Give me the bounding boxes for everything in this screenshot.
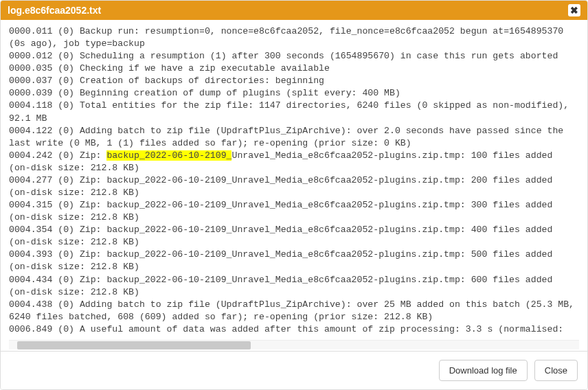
log-line: 0000.012 (0) Scheduling a resumption (1)… [9,50,579,62]
log-line: 0000.011 (0) Backup run: resumption=0, n… [9,25,579,50]
log-line: 0000.039 (0) Beginning creation of dump … [9,87,579,100]
scrollbar-thumb[interactable] [17,341,251,349]
log-line: 0006.849 (0) A useful amount of data was… [9,323,579,336]
log-line: 0004.242 (0) Zip: backup_2022-06-10-2109… [9,150,579,174]
log-modal: log.e8c6fcaa2052.txt ✖ 0000.011 (0) Back… [0,0,588,390]
log-content[interactable]: 0000.011 (0) Backup run: resumption=0, n… [1,20,587,340]
modal-header: log.e8c6fcaa2052.txt ✖ [1,1,587,20]
log-line: 0004.393 (0) Zip: backup_2022-06-10-2109… [9,249,579,273]
log-line: 0000.035 (0) Checking if we have a zip e… [9,62,579,75]
highlighted-text: backup_2022-06-10-2109_ [106,150,231,161]
modal-footer: Download log file Close [1,351,587,389]
log-line: 0004.354 (0) Zip: backup_2022-06-10-2109… [9,224,579,249]
modal-title: log.e8c6fcaa2052.txt [8,5,101,16]
log-line: 0000.037 (0) Creation of backups of dire… [9,75,579,87]
log-line: 0004.277 (0) Zip: backup_2022-06-10-2109… [9,174,579,199]
log-line: 0004.434 (0) Zip: backup_2022-06-10-2109… [9,274,579,299]
log-line: 0004.438 (0) Adding batch to zip file (U… [9,299,579,323]
download-log-button[interactable]: Download log file [439,360,528,381]
log-line: 0004.118 (0) Total entities for the zip … [9,100,579,124]
close-button[interactable]: Close [534,360,578,381]
log-line: 0004.315 (0) Zip: backup_2022-06-10-2109… [9,199,579,224]
close-icon[interactable]: ✖ [568,4,580,16]
log-line: 0004.122 (0) Adding batch to zip file (U… [9,125,579,150]
horizontal-scrollbar[interactable] [9,340,579,349]
